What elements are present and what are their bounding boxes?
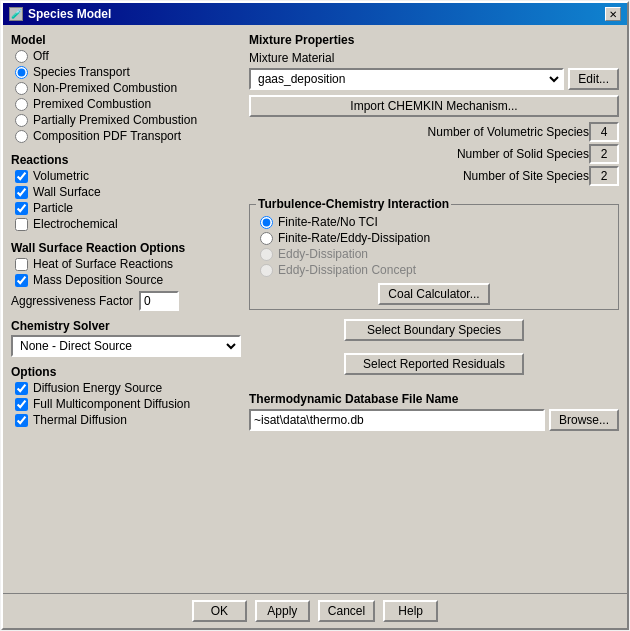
turbulence-eddy-dissipation-concept[interactable]: Eddy-Dissipation Concept bbox=[260, 263, 612, 277]
db-row: Browse... bbox=[249, 409, 619, 431]
mixture-properties-section: Mixture Properties Mixture Material gaas… bbox=[249, 33, 619, 188]
mixture-material-label: Mixture Material bbox=[249, 51, 619, 65]
radio-finite-rate-no-tci[interactable] bbox=[260, 216, 273, 229]
dialog-icon: 🧪 bbox=[9, 7, 23, 21]
model-radio-non-premixed[interactable] bbox=[15, 82, 28, 95]
radio-eddy-dissipation[interactable] bbox=[260, 248, 273, 261]
check-electrochemical[interactable] bbox=[15, 218, 28, 231]
model-radio-premixed[interactable] bbox=[15, 98, 28, 111]
main-content: Model Off Species Transport Non-Premixed… bbox=[3, 25, 627, 593]
check-thermal-diffusion[interactable] bbox=[15, 414, 28, 427]
close-button[interactable]: ✕ bbox=[605, 7, 621, 21]
model-option-partially-premixed[interactable]: Partially Premixed Combustion bbox=[15, 113, 241, 127]
model-option-premixed[interactable]: Premixed Combustion bbox=[15, 97, 241, 111]
edit-button[interactable]: Edit... bbox=[568, 68, 619, 90]
reaction-particle[interactable]: Particle bbox=[15, 201, 241, 215]
coal-calculator-button[interactable]: Coal Calculator... bbox=[378, 283, 489, 305]
site-label: Number of Site Species bbox=[249, 169, 589, 183]
reactions-section: Reactions Volumetric Wall Surface Partic… bbox=[11, 153, 241, 231]
apply-button[interactable]: Apply bbox=[255, 600, 310, 622]
reaction-electrochemical[interactable]: Electrochemical bbox=[15, 217, 241, 231]
mixture-props-title: Mixture Properties bbox=[249, 33, 619, 47]
reactions-label: Reactions bbox=[11, 153, 241, 167]
bottom-bar: OK Apply Cancel Help bbox=[3, 593, 627, 628]
select-boundary-row: Select Boundary Species bbox=[249, 319, 619, 341]
model-option-composition-pdf[interactable]: Composition PDF Transport bbox=[15, 129, 241, 143]
cancel-button[interactable]: Cancel bbox=[318, 600, 375, 622]
turbulence-title: Turbulence-Chemistry Interaction bbox=[256, 197, 451, 211]
chemistry-solver-label: Chemistry Solver bbox=[11, 319, 241, 333]
thermodynamic-label: Thermodynamic Database File Name bbox=[249, 392, 619, 406]
species-counts: Number of Volumetric Species 4 Number of… bbox=[249, 122, 619, 186]
model-label: Model bbox=[11, 33, 241, 47]
mixture-material-select[interactable]: gaas_deposition bbox=[249, 68, 564, 90]
model-option-non-premixed[interactable]: Non-Premixed Combustion bbox=[15, 81, 241, 95]
coal-calculator-btn-row: Coal Calculator... bbox=[256, 283, 612, 305]
aggressiveness-row: Aggressiveness Factor bbox=[11, 291, 241, 311]
option-full-multicomponent[interactable]: Full Multicomponent Diffusion bbox=[15, 397, 241, 411]
check-diffusion-energy[interactable] bbox=[15, 382, 28, 395]
title-bar: 🧪 Species Model ✕ bbox=[3, 3, 627, 25]
select-residuals-button[interactable]: Select Reported Residuals bbox=[344, 353, 524, 375]
import-chemkin-button[interactable]: Import CHEMKIN Mechanism... bbox=[249, 95, 619, 117]
radio-finite-rate-eddy[interactable] bbox=[260, 232, 273, 245]
wall-mass-deposition[interactable]: Mass Deposition Source bbox=[15, 273, 241, 287]
option-thermal-diffusion[interactable]: Thermal Diffusion bbox=[15, 413, 241, 427]
chemistry-solver-section: Chemistry Solver None - Direct Source bbox=[11, 319, 241, 357]
ok-button[interactable]: OK bbox=[192, 600, 247, 622]
volumetric-species-row: Number of Volumetric Species 4 bbox=[249, 122, 619, 142]
left-panel: Model Off Species Transport Non-Premixed… bbox=[11, 33, 241, 585]
radio-eddy-dissipation-concept[interactable] bbox=[260, 264, 273, 277]
reaction-volumetric[interactable]: Volumetric bbox=[15, 169, 241, 183]
option-diffusion-energy[interactable]: Diffusion Energy Source bbox=[15, 381, 241, 395]
browse-button[interactable]: Browse... bbox=[549, 409, 619, 431]
model-radio-group: Off Species Transport Non-Premixed Combu… bbox=[15, 49, 241, 143]
aggressiveness-input[interactable] bbox=[139, 291, 179, 311]
reactions-check-group: Volumetric Wall Surface Particle Electro… bbox=[15, 169, 241, 231]
reaction-wall-surface[interactable]: Wall Surface bbox=[15, 185, 241, 199]
site-value: 2 bbox=[589, 166, 619, 186]
check-full-multicomponent[interactable] bbox=[15, 398, 28, 411]
select-boundary-button[interactable]: Select Boundary Species bbox=[344, 319, 524, 341]
title-bar-left: 🧪 Species Model bbox=[9, 7, 111, 21]
help-button[interactable]: Help bbox=[383, 600, 438, 622]
db-path-input[interactable] bbox=[249, 409, 545, 431]
wall-surface-check-group: Heat of Surface Reactions Mass Depositio… bbox=[15, 257, 241, 287]
species-model-dialog: 🧪 Species Model ✕ Model Off Species Tran… bbox=[1, 1, 629, 630]
right-panel: Mixture Properties Mixture Material gaas… bbox=[249, 33, 619, 585]
solid-species-row: Number of Solid Species 2 bbox=[249, 144, 619, 164]
options-label: Options bbox=[11, 365, 241, 379]
model-option-species-transport[interactable]: Species Transport bbox=[15, 65, 241, 79]
check-volumetric[interactable] bbox=[15, 170, 28, 183]
check-wall-surface[interactable] bbox=[15, 186, 28, 199]
turbulence-finite-rate-eddy[interactable]: Finite-Rate/Eddy-Dissipation bbox=[260, 231, 612, 245]
model-option-off[interactable]: Off bbox=[15, 49, 241, 63]
aggressiveness-label: Aggressiveness Factor bbox=[11, 294, 133, 308]
check-heat-surface[interactable] bbox=[15, 258, 28, 271]
model-radio-species-transport[interactable] bbox=[15, 66, 28, 79]
volumetric-label: Number of Volumetric Species bbox=[249, 125, 589, 139]
turbulence-section: Turbulence-Chemistry Interaction Finite-… bbox=[249, 204, 619, 310]
options-check-group: Diffusion Energy Source Full Multicompon… bbox=[15, 381, 241, 427]
model-radio-partially-premixed[interactable] bbox=[15, 114, 28, 127]
volumetric-value: 4 bbox=[589, 122, 619, 142]
wall-heat-surface[interactable]: Heat of Surface Reactions bbox=[15, 257, 241, 271]
turbulence-radio-group: Finite-Rate/No TCI Finite-Rate/Eddy-Diss… bbox=[260, 215, 612, 277]
import-btn-row: Import CHEMKIN Mechanism... bbox=[249, 95, 619, 117]
mixture-select-wrap: gaas_deposition Edit... bbox=[249, 68, 619, 90]
chemistry-solver-select[interactable]: None - Direct Source bbox=[11, 335, 241, 357]
model-radio-off[interactable] bbox=[15, 50, 28, 63]
select-residuals-row: Select Reported Residuals bbox=[249, 353, 619, 375]
check-particle[interactable] bbox=[15, 202, 28, 215]
model-section: Model Off Species Transport Non-Premixed… bbox=[11, 33, 241, 143]
model-radio-composition-pdf[interactable] bbox=[15, 130, 28, 143]
wall-surface-label: Wall Surface Reaction Options bbox=[11, 241, 241, 255]
turbulence-eddy-dissipation[interactable]: Eddy-Dissipation bbox=[260, 247, 612, 261]
turbulence-finite-rate-no-tci[interactable]: Finite-Rate/No TCI bbox=[260, 215, 612, 229]
options-section: Options Diffusion Energy Source Full Mul… bbox=[11, 365, 241, 427]
solid-value: 2 bbox=[589, 144, 619, 164]
site-species-row: Number of Site Species 2 bbox=[249, 166, 619, 186]
solid-label: Number of Solid Species bbox=[249, 147, 589, 161]
wall-surface-section: Wall Surface Reaction Options Heat of Su… bbox=[11, 241, 241, 311]
check-mass-deposition[interactable] bbox=[15, 274, 28, 287]
